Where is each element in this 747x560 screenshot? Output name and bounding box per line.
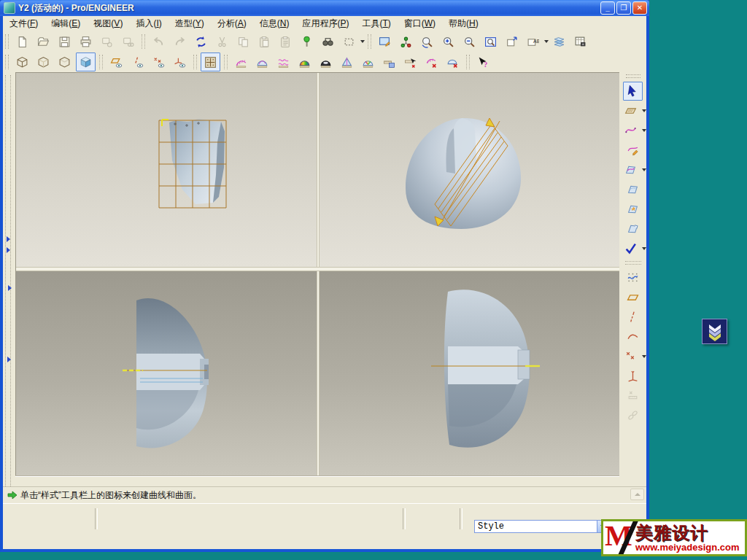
message-scroll-up-button[interactable] xyxy=(630,489,644,500)
expand-chevron-icon[interactable] xyxy=(7,247,10,253)
context-help-icon[interactable]: ? xyxy=(473,52,493,71)
delete-analysis-icon[interactable] xyxy=(400,52,420,71)
view-toolbar: ? xyxy=(3,52,646,73)
model-iso-view xyxy=(320,73,620,267)
datum-point-toggle-icon[interactable] xyxy=(149,52,169,71)
viewport-vertical-splitter[interactable] xyxy=(317,73,320,476)
datum-point-flyout-caret[interactable] xyxy=(642,355,646,358)
select-arrow-icon[interactable] xyxy=(623,82,643,101)
expand-chevron-icon[interactable] xyxy=(8,285,12,291)
menu-p[interactable]: 应用程序(P) xyxy=(295,16,355,31)
menu-h[interactable]: 帮助(H) xyxy=(442,16,485,31)
search-binoculars-icon[interactable] xyxy=(318,32,338,51)
print-icon[interactable] xyxy=(76,32,96,51)
menu-e[interactable]: 编辑(E) xyxy=(44,16,87,31)
open-folder-icon[interactable] xyxy=(34,32,53,51)
hiddenline-cube-icon[interactable] xyxy=(34,52,53,71)
titlebar[interactable]: Y2 (活动的) - Pro/ENGINEER _ ❐ ✕ xyxy=(0,0,649,16)
create-curve-flyout-caret[interactable] xyxy=(642,129,646,132)
spin-center-icon[interactable] xyxy=(396,32,416,51)
close-button[interactable]: ✕ xyxy=(632,1,647,15)
menu-f[interactable]: 文件(F) xyxy=(3,16,44,31)
shaded-cube-icon[interactable] xyxy=(76,52,96,71)
datum-axis-icon[interactable] xyxy=(623,308,643,327)
new-file-icon[interactable] xyxy=(12,32,32,51)
menu-n[interactable]: 信息(N) xyxy=(253,16,296,31)
refit-icon[interactable] xyxy=(481,32,500,51)
viewport-side-view[interactable] xyxy=(320,271,620,476)
datum-plane-icon[interactable] xyxy=(623,288,643,307)
menu-a[interactable]: 分析(A) xyxy=(211,16,253,31)
edit-curve-icon[interactable] xyxy=(623,141,643,160)
brand-name: 美雅设计 xyxy=(635,524,745,542)
menu-i[interactable]: 插入(I) xyxy=(129,16,168,31)
save-icon[interactable] xyxy=(55,32,74,51)
view-manager-icon[interactable] xyxy=(570,32,590,51)
curvature-comb-icon[interactable] xyxy=(231,52,251,71)
toolbar-separator xyxy=(368,34,371,49)
viewport-iso-view[interactable] xyxy=(320,73,620,267)
minimize-button[interactable]: _ xyxy=(600,1,615,15)
orient-mode-icon[interactable] xyxy=(417,32,437,51)
done-check-icon[interactable] xyxy=(621,239,640,258)
menu-t[interactable]: 工具(T) xyxy=(355,16,397,31)
offset-curves-icon[interactable] xyxy=(274,52,293,71)
toolbar-grip[interactable] xyxy=(5,55,9,69)
zoom-in-icon[interactable] xyxy=(438,32,458,51)
boundary-surface-icon[interactable] xyxy=(623,180,643,199)
expand-chevron-icon[interactable] xyxy=(7,357,11,362)
viewport-horizontal-splitter[interactable] xyxy=(16,267,620,271)
delete-surface-analysis-icon[interactable] xyxy=(443,52,462,71)
layers-icon[interactable] xyxy=(549,32,569,51)
delete-curve-analysis-icon[interactable] xyxy=(422,52,441,71)
view-orientation-icon[interactable] xyxy=(502,32,522,51)
named-views-icon[interactable]: AB xyxy=(523,32,543,51)
expand-chevron-icon[interactable] xyxy=(7,236,10,242)
watermark-logo: M 美雅设计 www.meiyadesign.com xyxy=(601,519,747,556)
select-box-flyout-caret[interactable] xyxy=(360,40,365,43)
viewport-front-view[interactable] xyxy=(16,271,317,476)
regenerate-icon[interactable] xyxy=(191,32,211,51)
shaded-analysis-icon[interactable] xyxy=(295,52,314,71)
menu-w[interactable]: 窗口(W) xyxy=(398,16,442,31)
restore-button[interactable]: ❐ xyxy=(616,1,631,15)
grid-toggle-icon[interactable] xyxy=(201,52,220,71)
datum-axis-toggle-icon[interactable] xyxy=(128,52,147,71)
draft-fan-icon[interactable] xyxy=(358,52,378,71)
active-plane-flyout-caret[interactable] xyxy=(642,109,646,112)
sash-handle[interactable] xyxy=(10,75,12,530)
csys-toggle-icon[interactable] xyxy=(170,52,190,71)
nohidden-cube-icon[interactable] xyxy=(55,52,74,71)
menu-v[interactable]: 视图(V) xyxy=(87,16,129,31)
sash-handle[interactable] xyxy=(5,75,7,530)
download-chevrons-icon[interactable] xyxy=(702,319,727,344)
reflection-analysis-icon[interactable] xyxy=(316,52,336,71)
regen-manager-icon[interactable] xyxy=(297,32,317,51)
copy-surface-icon[interactable] xyxy=(623,219,643,238)
datum-curve-icon[interactable] xyxy=(623,327,643,346)
curve-on-surface-icon[interactable] xyxy=(621,160,640,179)
done-check-flyout-caret[interactable] xyxy=(642,247,646,250)
saved-analysis-icon[interactable] xyxy=(379,52,399,71)
surface-curvature-icon[interactable] xyxy=(252,52,272,71)
status-message: 单击“样式”工具栏上的图标来创建曲线和曲面。 xyxy=(20,489,201,502)
repaint-icon[interactable] xyxy=(375,32,395,51)
select-box-icon[interactable] xyxy=(339,32,359,51)
datum-csys-icon[interactable] xyxy=(623,367,643,386)
viewport-top-view[interactable] xyxy=(16,73,317,267)
menu-y[interactable]: 造型(Y) xyxy=(169,16,211,31)
zoom-out-icon[interactable] xyxy=(460,32,479,51)
toolbar-grip[interactable] xyxy=(626,74,640,78)
toolbar-grip[interactable] xyxy=(5,34,9,49)
datum-point-icon[interactable] xyxy=(621,347,640,366)
active-plane-icon[interactable] xyxy=(621,101,640,120)
datum-plane-toggle-icon[interactable] xyxy=(107,52,126,71)
section-prism-icon[interactable] xyxy=(337,52,357,71)
mode-select[interactable]: Style xyxy=(474,520,610,533)
trim-surface-icon[interactable] xyxy=(623,200,643,219)
curve-on-surface-flyout-caret[interactable] xyxy=(642,168,646,171)
create-curve-icon[interactable] xyxy=(621,121,640,140)
wireframe-cube-icon[interactable] xyxy=(12,52,32,71)
wave-grid-icon[interactable] xyxy=(623,268,643,287)
paste-icon xyxy=(255,32,274,51)
